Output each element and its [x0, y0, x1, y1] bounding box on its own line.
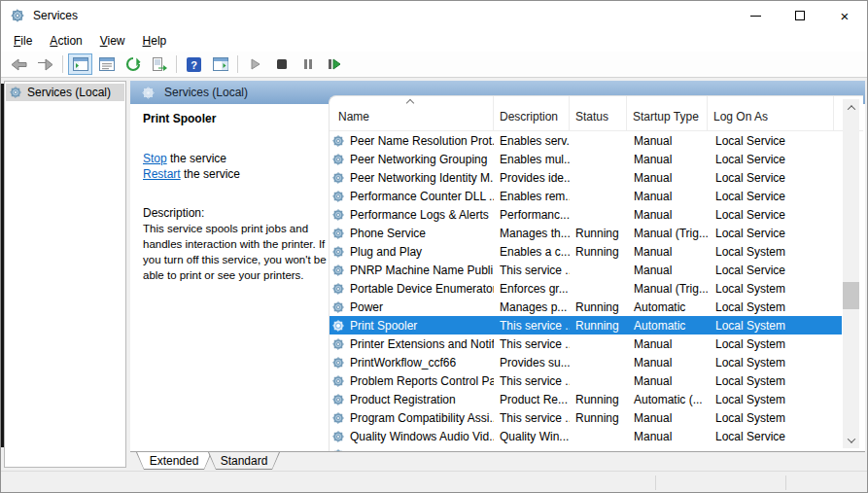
- service-name: Program Compatibility Assi...: [350, 411, 494, 425]
- selected-service-title: Print Spooler: [143, 112, 323, 125]
- back-icon: [11, 57, 27, 72]
- service-description: Provides ide...: [494, 171, 570, 185]
- service-log-on-as: Local System: [708, 337, 842, 351]
- scroll-down-button[interactable]: [843, 432, 859, 448]
- column-header-status[interactable]: Status: [570, 96, 627, 130]
- column-header-description[interactable]: Description: [494, 96, 570, 130]
- refresh-button[interactable]: [121, 53, 145, 75]
- service-startup-type: Manual: [627, 208, 708, 222]
- help-button[interactable]: ?: [182, 53, 206, 75]
- properties-button[interactable]: [94, 53, 119, 75]
- table-row[interactable]: Peer Name Resolution Prot... Enables ser…: [330, 131, 842, 150]
- start-service-button[interactable]: [243, 53, 267, 75]
- services-gear-icon: [9, 86, 22, 99]
- service-name: Product Registration: [350, 393, 456, 406]
- service-description: Enforces gr...: [494, 282, 570, 296]
- service-description: Provides su...: [494, 356, 570, 370]
- column-header-startup-type[interactable]: Startup Type: [627, 96, 708, 130]
- service-log-on-as: Local System: [708, 356, 842, 370]
- toolbar-separator: [237, 55, 238, 73]
- service-gear-icon: [331, 356, 345, 370]
- help-icon: ?: [187, 57, 201, 72]
- service-name: Performance Logs & Alerts: [350, 208, 489, 222]
- service-gear-icon: [331, 190, 345, 203]
- service-description: Enables rem...: [494, 190, 570, 203]
- service-startup-type: Manual: [627, 171, 708, 185]
- minimize-button[interactable]: [733, 1, 778, 30]
- pause-service-button[interactable]: [295, 53, 320, 75]
- table-row[interactable]: Quality Windows Audio Vid... Quality Win…: [330, 427, 842, 445]
- table-row[interactable]: Power Manages p... Running Automatic Loc…: [330, 298, 842, 316]
- description-text: This service spools print jobs and handl…: [143, 221, 330, 283]
- service-gear-icon: [331, 171, 345, 185]
- service-gear-icon: [331, 227, 345, 240]
- back-button[interactable]: [7, 53, 31, 75]
- service-log-on-as: Local System: [708, 393, 842, 406]
- table-row[interactable]: PNRP Machine Name Publi... This service …: [330, 261, 842, 279]
- service-log-on-as: Local System: [708, 319, 842, 333]
- table-row[interactable]: Product Registration Product Re... Runni…: [330, 390, 842, 408]
- forward-button[interactable]: [33, 53, 57, 75]
- table-row[interactable]: Plug and Play Enables a c... Running Man…: [330, 242, 842, 261]
- menu-item-help[interactable]: Help: [134, 31, 176, 51]
- menu-item-view[interactable]: View: [91, 31, 134, 51]
- stop-service-line: Stop the service: [143, 151, 323, 166]
- vertical-scrollbar[interactable]: [843, 99, 859, 448]
- tab-standard-label: Standard: [209, 452, 279, 469]
- tree-item-services-local[interactable]: Services (Local): [6, 84, 124, 101]
- table-row[interactable]: Portable Device Enumerator... Enforces g…: [330, 279, 842, 298]
- service-log-on-as: Local System: [708, 282, 842, 296]
- service-startup-type: Manual: [627, 153, 708, 166]
- restart-service-button[interactable]: [322, 53, 346, 75]
- column-header-log-on-as[interactable]: Log On As: [708, 96, 834, 130]
- service-startup-type: Manual: [627, 411, 708, 425]
- service-description: This service ...: [494, 374, 570, 388]
- table-row[interactable]: Peer Networking Identity M... Provides i…: [330, 168, 842, 187]
- table-row[interactable]: Phone Service Manages th... Running Manu…: [330, 224, 842, 242]
- close-button[interactable]: ×: [822, 1, 867, 30]
- service-log-on-as: Local System: [708, 300, 842, 314]
- table-row[interactable]: PrintWorkflow_ccf66 Provides su... Manua…: [330, 353, 842, 371]
- menu-item-file[interactable]: File: [5, 31, 41, 51]
- show-action-pane-button[interactable]: [208, 53, 232, 75]
- table-row[interactable]: Program Compatibility Assi... This servi…: [330, 408, 842, 427]
- service-status: Running: [570, 411, 627, 425]
- scroll-up-button[interactable]: [843, 99, 859, 116]
- service-name: Peer Networking Identity M...: [350, 171, 494, 185]
- service-name: Peer Name Resolution Prot...: [350, 134, 494, 148]
- table-row[interactable]: Print Spooler This service ... Running A…: [330, 316, 842, 335]
- stop-service-link[interactable]: Stop: [143, 152, 167, 165]
- menu-item-action[interactable]: Action: [41, 31, 90, 51]
- tab-standard[interactable]: Standard: [208, 452, 280, 470]
- service-description: Enables serv...: [494, 134, 570, 148]
- show-console-tree-icon: [73, 57, 88, 71]
- table-row[interactable]: Problem Reports Control Pa... This servi…: [330, 371, 842, 390]
- table-row[interactable]: Peer Networking Grouping Enables mul... …: [330, 150, 842, 168]
- service-description: This service ...: [494, 337, 570, 351]
- show-action-pane-icon: [213, 57, 228, 71]
- service-log-on-as: Local Service: [708, 208, 842, 222]
- service-status: Running: [570, 300, 627, 314]
- svg-text:?: ?: [191, 58, 197, 70]
- restart-service-link[interactable]: Restart: [143, 167, 181, 181]
- toolbar: ?: [1, 52, 867, 78]
- service-log-on-as: Local Service: [708, 153, 842, 166]
- toolbar-separator: [62, 55, 63, 73]
- table-row[interactable]: Performance Counter DLL ... Enables rem.…: [330, 187, 842, 205]
- toolbar-separator: [176, 55, 177, 73]
- stop-service-button[interactable]: [269, 53, 294, 75]
- service-gear-icon: [331, 245, 345, 259]
- scrollbar-thumb[interactable]: [843, 282, 859, 309]
- tab-extended[interactable]: Extended: [136, 452, 212, 470]
- service-list: Peer Name Resolution Prot... Enables ser…: [330, 131, 842, 451]
- refresh-icon: [125, 56, 141, 72]
- service-name: Power: [350, 300, 383, 314]
- table-row[interactable]: Printer Extensions and Notif... This ser…: [330, 335, 842, 353]
- service-name: Quality Windows Audio Vid...: [350, 430, 494, 443]
- table-row[interactable]: Performance Logs & Alerts Performanc... …: [330, 205, 842, 224]
- show-console-tree-button[interactable]: [68, 53, 92, 75]
- maximize-button[interactable]: [778, 1, 822, 30]
- close-icon: ×: [841, 9, 850, 23]
- export-list-button[interactable]: [147, 53, 171, 75]
- tab-extended-label: Extended: [137, 452, 211, 469]
